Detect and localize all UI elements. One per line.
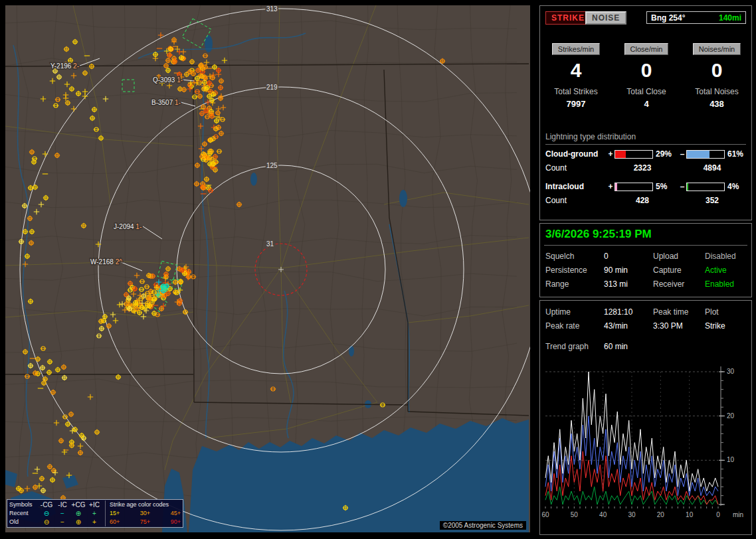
ic-positive-bar bbox=[614, 183, 653, 191]
cg-positive-pct: 29% bbox=[653, 149, 678, 159]
cloud-ground-label: Cloud-ground bbox=[545, 149, 607, 159]
plus-sign: + bbox=[607, 149, 614, 159]
close-per-min-label: Close/min bbox=[624, 43, 669, 55]
intracloud-count-row: Count 428 352 bbox=[545, 196, 746, 205]
svg-text:10: 10 bbox=[686, 511, 694, 518]
trend-graph-label: Trend graph bbox=[545, 342, 604, 351]
storm-cell-label: B-3507 1- bbox=[151, 99, 181, 106]
svg-text:31: 31 bbox=[266, 240, 274, 248]
svg-text:30: 30 bbox=[628, 511, 636, 518]
storm-cell-label: Y-2196 2- bbox=[50, 62, 79, 70]
ic-negative-bar bbox=[686, 183, 725, 191]
cg-negative-pct: 61% bbox=[725, 149, 746, 159]
intracloud-label: Intracloud bbox=[545, 182, 607, 191]
uptime-label: Uptime bbox=[545, 307, 604, 317]
lightning-map[interactable]: 31321912531 Y-2196 2-Q-3093 1-B-3507 1-J… bbox=[5, 5, 530, 532]
cloud-ground-row: Cloud-ground + 29% – 61% bbox=[545, 149, 746, 159]
svg-text:30: 30 bbox=[727, 368, 735, 375]
close-rate-column: Close/min 0 Total Close 4 bbox=[613, 43, 680, 109]
squelch-label: Squelch bbox=[545, 252, 604, 261]
map-canvas: 31321912531 Y-2196 2-Q-3093 1-B-3507 1-J… bbox=[5, 5, 530, 532]
minus-sign: – bbox=[678, 149, 686, 159]
noises-per-min-value: 0 bbox=[684, 60, 750, 80]
strikes-rate-column: Strikes/min 4 Total Strikes 7997 bbox=[543, 43, 609, 109]
peak-rate-value: 43/min bbox=[604, 321, 653, 331]
total-strikes-value: 7997 bbox=[543, 99, 609, 109]
nexstorm-window: 31321912531 Y-2196 2-Q-3093 1-B-3507 1-J… bbox=[0, 0, 756, 539]
peak-time-label: Peak time bbox=[653, 307, 705, 317]
receiver-label: Receiver bbox=[653, 279, 705, 289]
storm-cell-label: J-2094 1- bbox=[114, 223, 142, 230]
range-label: Range bbox=[545, 279, 604, 289]
status-grid: Squelch 0 Upload Disabled Persistence 90… bbox=[545, 252, 747, 289]
upload-label: Upload bbox=[653, 252, 705, 261]
svg-text:125: 125 bbox=[266, 162, 278, 169]
storm-cell-label: Q-3093 1- bbox=[153, 76, 183, 84]
copyright-text: ©2005 Astrogenic Systems bbox=[440, 521, 526, 530]
distribution-title: Lightning type distribution bbox=[545, 132, 746, 145]
svg-text:313: 313 bbox=[266, 5, 278, 13]
capture-label: Capture bbox=[653, 266, 705, 275]
peak-time-value: 3:30 PM bbox=[653, 321, 705, 331]
datetime-display: 3/6/2026 9:25:19 PM bbox=[545, 228, 652, 241]
cg-count-label: Count bbox=[545, 163, 607, 173]
strikes-per-min-value: 4 bbox=[543, 60, 609, 80]
trend-window-value: 60 min bbox=[604, 342, 628, 351]
uptime-stats-grid: Uptime 1281:10 Peak time Plot Peak rate … bbox=[545, 307, 747, 331]
legend-row: Recent⊖−⊕+15+30+45+ bbox=[9, 509, 181, 518]
svg-text:60: 60 bbox=[541, 511, 549, 518]
cloud-ground-count-row: Count 2323 4894 bbox=[545, 163, 746, 173]
total-close-label: Total Close bbox=[613, 87, 680, 96]
total-strikes-label: Total Strikes bbox=[543, 87, 609, 96]
plot-label: Plot bbox=[705, 307, 747, 317]
bearing-value: Bng 254° bbox=[651, 13, 685, 23]
total-close-value: 4 bbox=[613, 99, 680, 109]
capture-status: Active bbox=[705, 266, 747, 275]
upload-status: Disabled bbox=[705, 252, 747, 261]
divider bbox=[544, 245, 747, 246]
plus-sign: + bbox=[607, 182, 614, 191]
svg-text:40: 40 bbox=[599, 511, 607, 518]
legend-header-row: Symbols-CG-IC+CG+ICStrike age color code… bbox=[9, 501, 181, 509]
uptime-value: 1281:10 bbox=[604, 307, 653, 317]
plot-value: Strike bbox=[705, 321, 747, 331]
total-noises-value: 438 bbox=[684, 99, 750, 109]
ic-positive-pct: 5% bbox=[653, 182, 678, 191]
total-noises-label: Total Noises bbox=[684, 87, 750, 96]
svg-text:50: 50 bbox=[571, 511, 579, 518]
svg-text:10: 10 bbox=[727, 456, 735, 463]
bearing-range-value: 140mi bbox=[719, 13, 741, 23]
ic-positive-count: 428 bbox=[607, 196, 678, 205]
trend-graph-header: Trend graph 60 min bbox=[545, 342, 628, 351]
svg-text:219: 219 bbox=[266, 84, 278, 91]
strikes-per-min-label: Strikes/min bbox=[552, 43, 600, 55]
noises-per-min-label: Noises/min bbox=[693, 43, 741, 55]
persistence-label: Persistence bbox=[545, 266, 604, 275]
noise-toggle-button[interactable]: NOISE bbox=[585, 11, 626, 25]
lightning-type-distribution: Lightning type distribution Cloud-ground… bbox=[545, 132, 746, 205]
svg-text:0: 0 bbox=[716, 511, 720, 518]
legend-row: Old⊖−⊕+60+75+90+ bbox=[9, 518, 181, 526]
receiver-status: Enabled bbox=[705, 279, 747, 289]
squelch-value: 0 bbox=[604, 252, 653, 261]
close-per-min-value: 0 bbox=[613, 60, 680, 80]
cg-positive-count: 2323 bbox=[607, 163, 678, 173]
svg-text:20: 20 bbox=[657, 511, 665, 518]
ic-count-label: Count bbox=[545, 196, 607, 205]
map-legend: Symbols-CG-IC+CG+ICStrike age color code… bbox=[7, 499, 183, 528]
trend-panel: Uptime 1281:10 Peak time Plot Peak rate … bbox=[539, 300, 752, 535]
cg-negative-count: 4894 bbox=[678, 163, 746, 173]
intracloud-row: Intracloud + 5% – 4% bbox=[545, 182, 746, 191]
minus-sign: – bbox=[678, 182, 686, 191]
strike-toggle-button[interactable]: STRIKE bbox=[545, 11, 591, 25]
storm-cell-label: W-2168 2^ bbox=[90, 258, 122, 266]
cg-negative-bar bbox=[686, 150, 725, 159]
strike-stats-panel: STRIKE NOISE Bng 254° 140mi Strikes/min … bbox=[539, 5, 752, 220]
trend-graph: 1020306050403020100min bbox=[541, 355, 750, 533]
range-value: 313 mi bbox=[604, 279, 653, 289]
ic-negative-pct: 4% bbox=[725, 182, 746, 191]
persistence-value: 90 min bbox=[604, 266, 653, 275]
svg-text:min: min bbox=[733, 511, 743, 518]
cg-positive-bar bbox=[614, 150, 653, 159]
peak-rate-label: Peak rate bbox=[545, 321, 604, 331]
